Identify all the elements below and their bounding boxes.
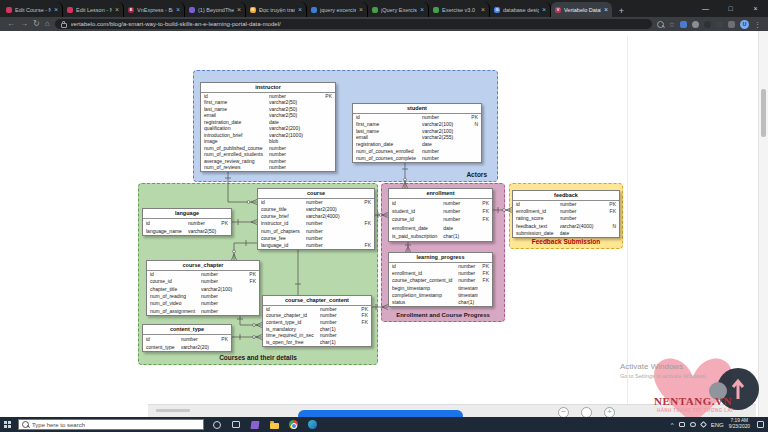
er-column-name: rating_score	[513, 216, 560, 221]
er-column-name: is_mandatory	[263, 327, 320, 332]
hidden-icons-chevron[interactable]: ^	[671, 422, 674, 428]
tab-close-icon[interactable]: ×	[542, 6, 546, 13]
scrollbar-thumb[interactable]	[761, 89, 766, 137]
extension-icon-3[interactable]	[704, 21, 711, 28]
browser-tab[interactable]: Edit Lesson - Nền tả×	[63, 2, 124, 17]
er-column-type: number	[458, 271, 478, 276]
tab-favicon	[6, 7, 12, 13]
minimize-button[interactable]: —	[693, 0, 718, 17]
onedrive-icon[interactable]	[679, 422, 685, 427]
er-column-type: char(1)	[320, 340, 358, 345]
er-column-key: PK	[605, 202, 619, 207]
cortana-button[interactable]	[211, 419, 223, 431]
network-icon[interactable]	[690, 422, 696, 427]
tab-close-icon[interactable]: ×	[481, 6, 485, 13]
er-column-name: id	[389, 264, 458, 269]
windows-taskbar: Type here to search ^ ENG 7:19 AM 9/23/2…	[0, 417, 768, 432]
address-bar[interactable]: vertabelo.com/blog/a-smart-way-to-build-…	[55, 19, 652, 29]
er-column-type: number	[422, 115, 467, 120]
er-column-name: num_of_reviews	[201, 165, 269, 170]
browser-tab[interactable]: NĐọc truyện tranh o×	[246, 2, 307, 17]
menu-kebab-icon[interactable]: ⋮	[754, 21, 761, 28]
er-column-type: varchar2(200)	[269, 126, 321, 131]
language-indicator[interactable]: ENG	[711, 422, 724, 428]
er-table-title: student	[353, 104, 481, 114]
er-column-type: date	[560, 231, 606, 236]
maximize-button[interactable]: □	[718, 0, 743, 17]
visual-studio-button[interactable]	[249, 419, 261, 431]
browser-tab[interactable]: Gdatabase design fo×	[490, 2, 551, 17]
er-column-name: qualification	[201, 126, 269, 131]
taskbar-clock[interactable]: 7:19 AM 9/23/2020	[729, 419, 750, 430]
extension-icon-2[interactable]	[692, 21, 699, 28]
bookmark-star-icon[interactable]: ☆	[669, 21, 675, 28]
er-table-course[interactable]: courseidnumberPKcourse_titlevarchar2(200…	[257, 188, 375, 250]
er-table-learning-progress[interactable]: learning_progressidnumberPKenrollment_id…	[388, 252, 493, 307]
home-icon[interactable]: ⌂	[45, 20, 50, 28]
new-tab-button[interactable]: +	[615, 4, 628, 17]
er-table-enrollment[interactable]: enrollmentidnumberPKstudent_idnumberFKco…	[388, 188, 493, 242]
taskbar-search-input[interactable]: Type here to search	[18, 419, 204, 430]
er-table-course-chapter[interactable]: course_chapteridnumberPKcourse_idnumberF…	[146, 260, 260, 316]
tab-close-icon[interactable]: ×	[237, 6, 241, 13]
file-explorer-button[interactable]	[268, 419, 280, 431]
er-column-name: instructor_id	[258, 221, 306, 226]
tab-close-icon[interactable]: ×	[359, 6, 363, 13]
browser-tab[interactable]: VVertabelo Database×	[551, 2, 612, 17]
er-column-name: id	[263, 307, 320, 312]
er-column-key: PK	[357, 307, 371, 312]
browser-tab[interactable]: jQuery Exercises×	[368, 2, 429, 17]
action-center-icon[interactable]	[757, 421, 764, 428]
page-scrollbar[interactable]	[758, 31, 768, 417]
zoom-indicator-icon[interactable]	[657, 21, 664, 28]
reload-icon[interactable]: ↻	[33, 20, 40, 28]
er-column-key: FK	[605, 209, 619, 214]
er-column-type: timestamp	[458, 286, 478, 291]
profile-avatar[interactable]: U	[740, 20, 749, 29]
er-column-type: varchar2(20)	[181, 345, 218, 350]
extension-icon-1[interactable]	[680, 21, 687, 28]
er-column-type: char(1)	[443, 234, 478, 239]
task-view-button[interactable]	[230, 419, 242, 431]
er-column-key: FK	[478, 217, 492, 222]
pen-icon[interactable]	[700, 421, 707, 428]
browser-tab[interactable]: Edit Course - Nền tả×	[2, 2, 63, 17]
er-table-content-type[interactable]: content_typeidnumberPKcontent_typevarcha…	[142, 324, 232, 352]
tab-close-icon[interactable]: ×	[298, 6, 302, 13]
tab-close-icon[interactable]: ×	[420, 6, 424, 13]
er-table-instructor[interactable]: instructoridnumberPKfirst_namevarchar2(5…	[200, 82, 336, 172]
tab-close-icon[interactable]: ×	[54, 6, 58, 13]
close-button[interactable]: ×	[743, 0, 768, 17]
forward-icon[interactable]: →	[20, 20, 28, 28]
tab-close-icon[interactable]: ×	[176, 6, 180, 13]
er-table-feedback[interactable]: feedbackidnumberPKenrollment_idnumberFKr…	[512, 190, 620, 238]
er-column-type: number	[269, 146, 321, 151]
edge-button[interactable]	[306, 419, 318, 431]
chrome-button[interactable]	[287, 419, 299, 431]
extension-icon-4[interactable]	[716, 21, 723, 28]
er-table-student[interactable]: studentidnumberPKfirst_namevarchar2(100)…	[352, 103, 482, 163]
start-button[interactable]	[0, 417, 14, 432]
edge-icon	[308, 420, 317, 429]
tab-title: Edit Course - Nền tả	[15, 7, 51, 13]
tab-close-icon[interactable]: ×	[604, 6, 608, 13]
er-column-name: status	[389, 300, 458, 305]
tab-close-icon[interactable]: ×	[115, 6, 119, 13]
back-icon[interactable]: ←	[7, 20, 15, 28]
er-column-name: language_name	[143, 229, 188, 234]
er-table-language[interactable]: languageidnumberPKlanguage_namevarchar2(…	[142, 208, 232, 236]
er-column-name: submission_date	[513, 231, 560, 236]
er-table-title: course_chapter	[147, 261, 259, 271]
er-table-course-chapter-content[interactable]: course_chapter_contentidnumberPKcourse_c…	[262, 295, 372, 347]
browser-tab[interactable]: Exercise v3.0×	[429, 2, 490, 17]
region-label-feedback: Feedback Submission	[532, 238, 601, 245]
er-column-type: varchar2(4000)	[306, 214, 361, 219]
er-column-name: course_chapter_id	[263, 313, 320, 318]
visual-studio-icon	[250, 421, 259, 429]
browser-tab[interactable]: EVnExpress - Báo tiế×	[124, 2, 185, 17]
browser-tab[interactable]: jquery excercise - T×	[307, 2, 368, 17]
browser-tab[interactable]: (1) BeyondThe×	[185, 2, 246, 17]
extension-icon-5[interactable]	[728, 21, 735, 28]
er-column-type: number	[320, 320, 358, 325]
task-view-icon	[232, 421, 240, 428]
